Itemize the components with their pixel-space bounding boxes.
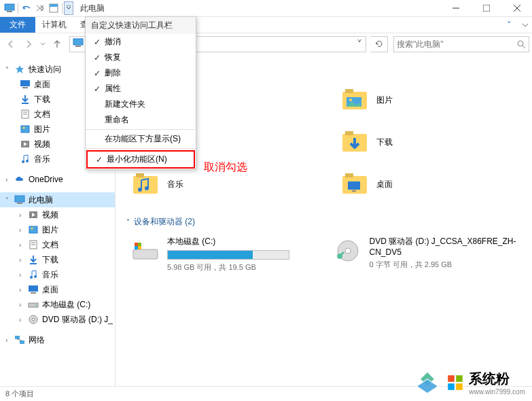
undo-icon[interactable] (20, 1, 33, 15)
folder-picture[interactable]: 图片 (340, 82, 522, 118)
svg-rect-5 (50, 4, 58, 7)
search-icon[interactable] (516, 39, 526, 49)
sidebar-item-dvd[interactable]: ›DVD 驱动器 (D:) J_ (0, 312, 115, 327)
svg-point-22 (23, 127, 25, 129)
menu-item[interactable]: ✓属性 (86, 81, 196, 97)
sidebar-item-video[interactable]: ›视频 (0, 207, 115, 222)
menu-show-below[interactable]: 在功能区下方显示(S) (86, 131, 196, 147)
chevron-right-icon[interactable]: › (19, 301, 27, 309)
up-button[interactable] (49, 36, 65, 52)
svg-rect-71 (138, 243, 141, 246)
separator (18, 3, 18, 14)
refresh-button[interactable] (370, 36, 388, 52)
menu-item[interactable]: ✓撤消 (86, 34, 196, 50)
network-icon (14, 334, 26, 346)
forward-button[interactable] (20, 36, 37, 52)
svg-rect-38 (31, 292, 36, 294)
minimize-button[interactable] (440, 0, 471, 17)
chevron-down-icon[interactable]: ˅ (5, 66, 14, 73)
download-folder-icon (340, 127, 370, 157)
check-icon: ✓ (90, 37, 105, 47)
svg-rect-11 (73, 39, 83, 45)
history-dropdown[interactable] (38, 36, 48, 52)
svg-point-75 (345, 248, 351, 254)
cloud-icon (14, 173, 26, 186)
chevron-right-icon[interactable]: › (5, 336, 14, 344)
desktop-icon (19, 78, 31, 90)
svg-rect-1 (7, 11, 12, 12)
sidebar-item-music[interactable]: ›音乐 (0, 267, 115, 282)
svg-point-36 (34, 275, 37, 278)
qat-customize-menu: 自定义快速访问工具栏 ✓撤消✓恢复✓删除✓属性新建文件夹重命名 在功能区下方显示… (85, 16, 196, 170)
menu-item[interactable]: 重命名 (86, 112, 196, 128)
menu-item[interactable]: ✓恢复 (86, 50, 196, 65)
chevron-right-icon[interactable]: › (19, 211, 27, 219)
chevron-right-icon[interactable]: › (5, 176, 14, 184)
svg-rect-15 (20, 80, 30, 86)
chevron-right-icon[interactable]: › (19, 226, 27, 234)
chevron-right-icon[interactable]: › (19, 241, 27, 249)
svg-rect-29 (29, 226, 37, 233)
svg-point-24 (22, 160, 24, 163)
maximize-button[interactable] (471, 0, 501, 17)
address-dropdown-icon[interactable]: ˅ (353, 38, 366, 51)
video-icon (27, 209, 39, 221)
window-title: 此电脑 (80, 3, 105, 14)
svg-rect-16 (22, 87, 28, 88)
chevron-right-icon[interactable]: › (19, 256, 27, 264)
download-icon (27, 254, 39, 266)
svg-point-63 (145, 186, 149, 190)
logo-icon (413, 368, 442, 397)
search-box[interactable] (393, 36, 529, 52)
drive-item[interactable]: DVD 驱动器 (D:) J_CCSA_X86FRE_ZH-CN_DV50 字节… (333, 236, 522, 273)
sidebar-item-desktop[interactable]: ›桌面 (0, 282, 115, 297)
desktop-folder-icon (340, 169, 370, 199)
menu-minimize-ribbon[interactable]: ✓ 最小化功能区(N) (88, 152, 194, 167)
chevron-right-icon[interactable]: › (19, 316, 27, 324)
svg-rect-67 (352, 190, 356, 192)
svg-point-13 (518, 41, 523, 46)
pc-icon[interactable] (3, 1, 16, 15)
sidebar-this-pc[interactable]: ˅ 此电脑 (0, 192, 115, 207)
svg-rect-43 (15, 336, 20, 339)
svg-rect-50 (345, 89, 353, 93)
file-tab[interactable]: 文件 (0, 17, 35, 33)
sidebar-item-picture[interactable]: ›图片 (0, 222, 115, 237)
folder-desktop[interactable]: 桌面 (340, 166, 522, 203)
sidebar-item-download[interactable]: ›下载 (0, 252, 115, 267)
chevron-right-icon[interactable]: › (19, 271, 27, 279)
menu-item[interactable]: ✓删除 (86, 65, 196, 81)
expand-ribbon-icon[interactable] (518, 22, 532, 29)
download-icon (19, 93, 31, 105)
svg-rect-8 (483, 5, 490, 12)
sidebar-onedrive[interactable]: › OneDrive (0, 172, 115, 187)
help-dropdown[interactable]: ˅ (499, 20, 518, 30)
document-icon (27, 239, 39, 251)
properties-icon[interactable] (47, 1, 60, 15)
svg-point-25 (26, 160, 29, 162)
sidebar-item-document[interactable]: ›文档 (0, 237, 115, 252)
chevron-right-icon[interactable]: › (19, 286, 27, 294)
ribbon-tabs: 文件 计算机 查看 ˅ (0, 17, 532, 33)
watermark-title: 系统粉 (469, 370, 525, 388)
svg-rect-77 (448, 375, 455, 382)
drive-item[interactable]: 本地磁盘 (C:)5.98 GB 可用，共 19.5 GB (130, 236, 319, 273)
drives-section-header[interactable]: ˅ 设备和驱动器 (2) (126, 216, 521, 228)
svg-rect-12 (75, 46, 81, 47)
chevron-down-icon[interactable]: ˅ (5, 196, 14, 204)
menu-item[interactable]: 新建文件夹 (86, 97, 196, 112)
folder-download[interactable]: 下载 (340, 124, 522, 160)
svg-rect-79 (448, 383, 455, 390)
qat-dropdown-arrow[interactable] (64, 1, 73, 15)
sidebar-item-drive[interactable]: ›本地磁盘 (C:) (0, 297, 115, 312)
separator (62, 3, 63, 14)
computer-tab[interactable]: 计算机 (35, 17, 73, 33)
back-button[interactable] (3, 36, 19, 52)
search-input[interactable] (397, 39, 516, 49)
check-icon: ✓ (92, 155, 107, 164)
chevron-down-icon: ˅ (126, 218, 130, 226)
close-button[interactable] (501, 0, 532, 17)
watermark-url: www.win7999.com (469, 388, 525, 396)
sidebar-network[interactable]: › 网络 (0, 332, 115, 347)
redo-icon[interactable] (33, 1, 47, 15)
